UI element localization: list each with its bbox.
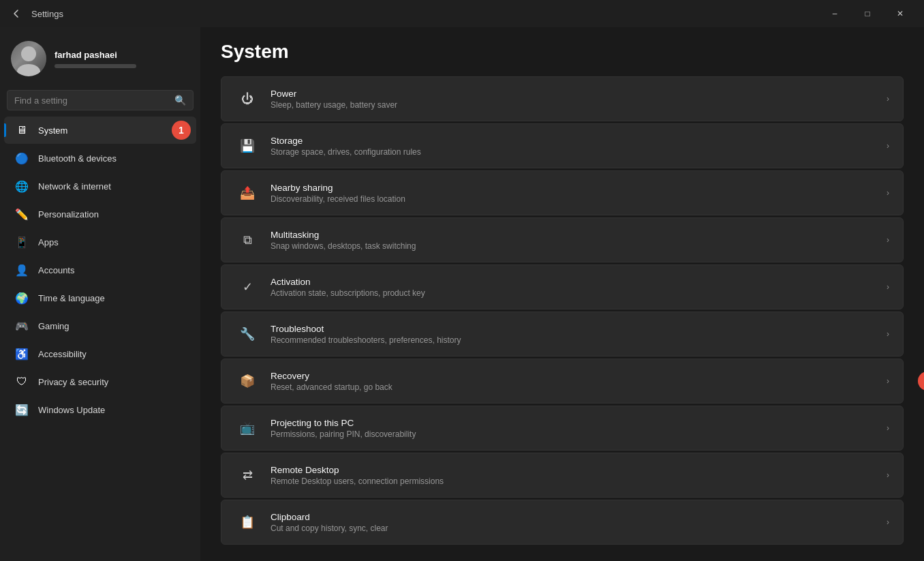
nav-icon-personalization: ✏️	[15, 207, 29, 221]
nav-icon-accessibility: ♿	[15, 347, 29, 361]
nav-label-time: Time & language	[38, 293, 105, 303]
setting-title-recovery: Recovery	[271, 371, 887, 381]
sidebar: farhad pashaei 🔍 🖥 System 1 🔵 Bluetooth …	[0, 27, 200, 561]
setting-text-nearby-sharing: Nearby sharing Discoverability, received…	[271, 183, 887, 204]
nav-icon-bluetooth: 🔵	[15, 151, 29, 165]
setting-item-recovery[interactable]: 📦 Recovery Reset, advanced startup, go b…	[221, 359, 904, 404]
user-bar	[55, 64, 136, 68]
sidebar-item-apps[interactable]: 📱 Apps	[4, 228, 196, 256]
setting-text-multitasking: Multitasking Snap windows, desktops, tas…	[271, 230, 887, 251]
main-layout: farhad pashaei 🔍 🖥 System 1 🔵 Bluetooth …	[0, 27, 924, 561]
setting-item-troubleshoot[interactable]: 🔧 Troubleshoot Recommended troubleshoote…	[221, 312, 904, 357]
setting-item-multitasking[interactable]: ⧉ Multitasking Snap windows, desktops, t…	[221, 217, 904, 262]
nav-icon-update: 🔄	[15, 403, 29, 416]
setting-icon-remote-desktop: ⇄	[235, 463, 260, 487]
nav-icon-network: 🌐	[15, 179, 29, 193]
setting-title-clipboard: Clipboard	[271, 512, 887, 522]
chevron-icon-clipboard: ›	[887, 517, 889, 527]
setting-item-nearby-sharing[interactable]: 📤 Nearby sharing Discoverability, receiv…	[221, 170, 904, 215]
sidebar-item-accounts[interactable]: 👤 Accounts	[4, 256, 196, 284]
sidebar-item-privacy[interactable]: 🛡 Privacy & security	[4, 368, 196, 395]
sidebar-item-update[interactable]: 🔄 Windows Update	[4, 396, 196, 423]
nav-label-update: Windows Update	[38, 405, 105, 415]
setting-title-nearby-sharing: Nearby sharing	[271, 183, 887, 193]
sidebar-item-gaming[interactable]: 🎮 Gaming	[4, 312, 196, 339]
setting-item-power[interactable]: ⏻ Power Sleep, battery usage, battery sa…	[221, 76, 904, 121]
nav-label-accessibility: Accessibility	[38, 349, 87, 359]
nav-icon-system: 🖥	[15, 123, 29, 137]
setting-text-activation: Activation Activation state, subscriptio…	[271, 277, 887, 298]
nav-icon-accounts: 👤	[15, 263, 29, 277]
nav-label-accounts: Accounts	[38, 265, 74, 275]
setting-icon-storage: 💾	[235, 134, 260, 158]
setting-title-remote-desktop: Remote Desktop	[271, 465, 887, 475]
nav-label-gaming: Gaming	[38, 321, 70, 331]
nav-label-privacy: Privacy & security	[38, 377, 108, 387]
chevron-icon-troubleshoot: ›	[887, 329, 889, 339]
chevron-icon-storage: ›	[887, 141, 889, 151]
sidebar-item-time[interactable]: 🌍 Time & language	[4, 284, 196, 312]
chevron-icon-recovery: ›	[887, 376, 889, 386]
user-name: farhad pashaei	[55, 50, 136, 60]
nav-label-apps: Apps	[38, 237, 59, 247]
setting-subtitle-activation: Activation state, subscriptions, product…	[271, 288, 887, 298]
user-info: farhad pashaei	[55, 50, 136, 68]
search-icon: 🔍	[174, 95, 186, 106]
setting-text-remote-desktop: Remote Desktop Remote Desktop users, con…	[271, 465, 887, 486]
sidebar-item-bluetooth[interactable]: 🔵 Bluetooth & devices	[4, 145, 196, 172]
setting-subtitle-storage: Storage space, drives, configuration rul…	[271, 147, 887, 157]
settings-list: ⏻ Power Sleep, battery usage, battery sa…	[221, 76, 904, 545]
setting-text-storage: Storage Storage space, drives, configura…	[271, 136, 887, 157]
setting-subtitle-nearby-sharing: Discoverability, received files location	[271, 194, 887, 204]
setting-subtitle-multitasking: Snap windows, desktops, task switching	[271, 241, 887, 251]
nav-icon-apps: 📱	[15, 235, 29, 249]
back-button[interactable]	[8, 5, 25, 22]
close-button[interactable]: ✕	[884, 3, 916, 25]
setting-icon-multitasking: ⧉	[235, 228, 260, 252]
nav-icon-time: 🌍	[15, 291, 29, 305]
setting-title-troubleshoot: Troubleshoot	[271, 324, 887, 334]
search-box[interactable]: 🔍	[7, 90, 194, 110]
nav-icon-gaming: 🎮	[15, 319, 29, 333]
setting-icon-clipboard: 📋	[235, 510, 260, 534]
setting-subtitle-clipboard: Cut and copy history, sync, clear	[271, 524, 887, 533]
setting-icon-projecting: 📺	[235, 416, 260, 440]
setting-item-storage[interactable]: 💾 Storage Storage space, drives, configu…	[221, 123, 904, 168]
setting-title-storage: Storage	[271, 136, 887, 146]
setting-item-activation[interactable]: ✓ Activation Activation state, subscript…	[221, 264, 904, 309]
titlebar: Settings – □ ✕	[0, 0, 924, 27]
nav-label-system: System	[38, 125, 67, 136]
setting-icon-troubleshoot: 🔧	[235, 322, 260, 346]
setting-icon-nearby-sharing: 📤	[235, 181, 260, 205]
minimize-button[interactable]: –	[819, 3, 850, 25]
setting-text-clipboard: Clipboard Cut and copy history, sync, cl…	[271, 512, 887, 533]
chevron-icon-remote-desktop: ›	[887, 470, 889, 480]
sidebar-item-system[interactable]: 🖥 System 1	[4, 117, 196, 144]
sidebar-item-personalization[interactable]: ✏️ Personalization	[4, 200, 196, 228]
setting-item-clipboard[interactable]: 📋 Clipboard Cut and copy history, sync, …	[221, 500, 904, 545]
sidebar-item-network[interactable]: 🌐 Network & internet	[4, 172, 196, 200]
setting-item-projecting[interactable]: 📺 Projecting to this PC Permissions, pai…	[221, 406, 904, 451]
setting-subtitle-projecting: Permissions, pairing PIN, discoverabilit…	[271, 429, 887, 439]
setting-item-remote-desktop[interactable]: ⇄ Remote Desktop Remote Desktop users, c…	[221, 453, 904, 498]
search-container: 🔍	[0, 87, 200, 116]
search-input[interactable]	[14, 95, 169, 106]
setting-subtitle-power: Sleep, battery usage, battery saver	[271, 100, 887, 110]
chevron-icon-power: ›	[887, 94, 889, 104]
nav-label-personalization: Personalization	[38, 209, 99, 219]
nav-icon-privacy: 🛡	[15, 375, 29, 389]
setting-title-projecting: Projecting to this PC	[271, 418, 887, 428]
setting-icon-activation: ✓	[235, 275, 260, 299]
chevron-icon-projecting: ›	[887, 423, 889, 433]
setting-title-power: Power	[271, 89, 887, 99]
page-title: System	[221, 41, 904, 63]
chevron-icon-activation: ›	[887, 282, 889, 292]
setting-subtitle-troubleshoot: Recommended troubleshooters, preferences…	[271, 335, 887, 345]
setting-title-multitasking: Multitasking	[271, 230, 887, 240]
chevron-icon-nearby-sharing: ›	[887, 188, 889, 198]
sidebar-item-accessibility[interactable]: ♿ Accessibility	[4, 340, 196, 367]
avatar	[11, 41, 46, 76]
maximize-button[interactable]: □	[852, 3, 883, 25]
setting-title-activation: Activation	[271, 277, 887, 287]
content-area: System ⏻ Power Sleep, battery usage, bat…	[200, 27, 924, 561]
